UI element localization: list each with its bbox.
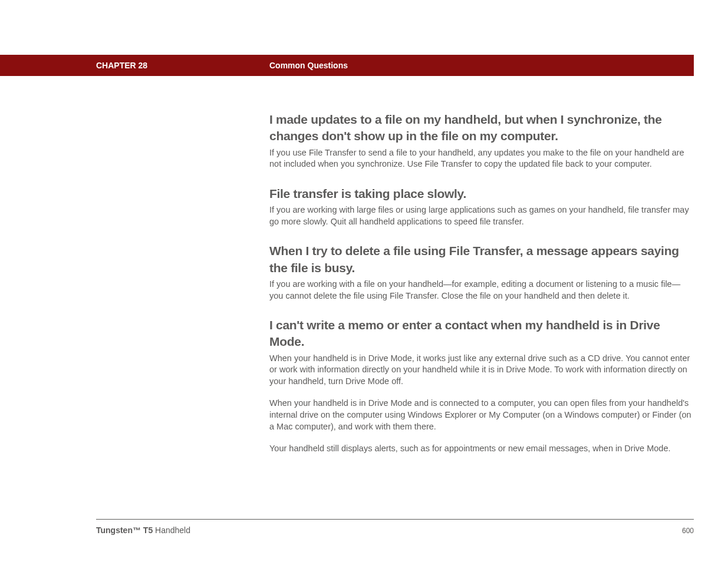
qa-heading: I can't write a memo or enter a contact …	[269, 317, 694, 351]
footer-page-number: 600	[682, 527, 694, 535]
qa-heading: File transfer is taking place slowly.	[269, 186, 694, 202]
qa-body: If you use File Transfer to send a file …	[269, 147, 694, 170]
content-area: I made updates to a file on my handheld,…	[269, 111, 694, 469]
header-bar: CHAPTER 28 Common Questions	[0, 55, 694, 76]
footer-product: Tungsten™ T5 Handheld	[96, 525, 190, 535]
qa-heading: I made updates to a file on my handheld,…	[269, 111, 694, 145]
qa-body: If you are working with a file on your h…	[269, 279, 694, 302]
qa-body: If you are working with large files or u…	[269, 204, 694, 227]
qa-body: When your handheld is in Drive Mode, it …	[269, 353, 694, 388]
qa-heading: When I try to delete a file using File T…	[269, 243, 694, 276]
qa-body: When your handheld is in Drive Mode and …	[269, 398, 694, 432]
qa-block: I made updates to a file on my handheld,…	[269, 111, 694, 170]
qa-body: Your handheld still displays alerts, suc…	[269, 443, 694, 455]
footer: Tungsten™ T5 Handheld 600	[96, 519, 694, 535]
footer-product-bold: Tungsten™ T5	[96, 525, 153, 535]
footer-product-rest: Handheld	[153, 525, 190, 535]
qa-block: File transfer is taking place slowly. If…	[269, 186, 694, 227]
qa-block: When I try to delete a file using File T…	[269, 243, 694, 302]
qa-block: I can't write a memo or enter a contact …	[269, 317, 694, 455]
chapter-label: CHAPTER 28	[96, 61, 147, 70]
section-title: Common Questions	[269, 61, 348, 70]
